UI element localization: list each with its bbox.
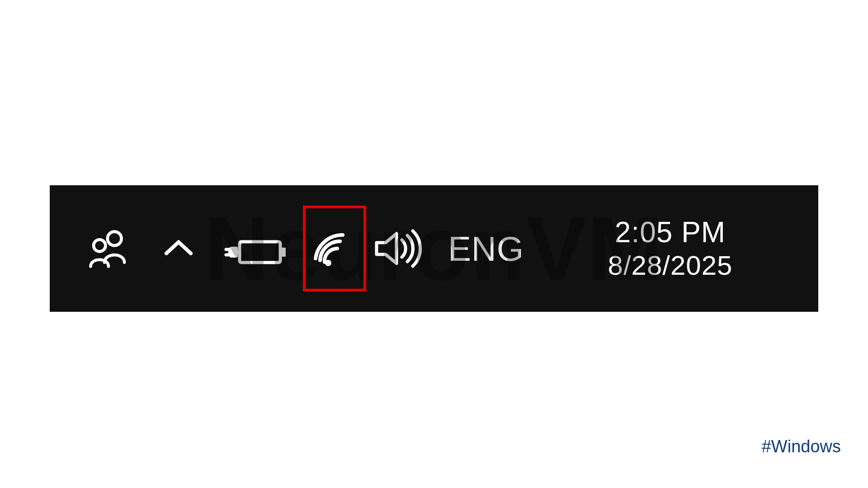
svg-point-1 — [94, 239, 105, 251]
people-button[interactable] — [72, 185, 145, 312]
input-language-button[interactable]: ENG — [436, 185, 536, 312]
people-icon — [84, 224, 133, 273]
hashtag-caption: #Windows — [762, 437, 841, 456]
volume-button[interactable] — [359, 185, 436, 312]
svg-point-0 — [108, 232, 122, 246]
clock-time: 2:05 PM — [615, 216, 726, 248]
chevron-up-icon — [158, 228, 199, 269]
show-hidden-icons-button[interactable] — [145, 185, 212, 312]
clock-button[interactable]: 2:05 PM 8/28/2025 — [536, 185, 805, 312]
svg-rect-2 — [240, 242, 280, 263]
svg-point-7 — [325, 260, 331, 266]
windows-taskbar-systray: NeuronVM — [50, 185, 818, 312]
battery-button[interactable] — [212, 185, 298, 312]
clock-date: 8/28/2025 — [608, 251, 733, 281]
network-wifi-button[interactable] — [298, 185, 359, 312]
speaker-icon — [368, 224, 427, 273]
wifi-icon — [307, 226, 352, 271]
language-indicator-text: ENG — [448, 229, 524, 268]
svg-rect-4 — [230, 247, 238, 258]
canvas: NeuronVM — [0, 0, 868, 488]
svg-rect-3 — [281, 248, 286, 257]
battery-charging-icon — [222, 226, 289, 271]
